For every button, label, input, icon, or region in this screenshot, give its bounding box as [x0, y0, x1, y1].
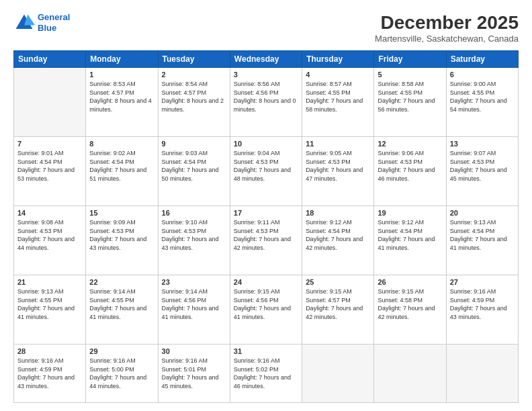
day-info: Sunrise: 9:10 AMSunset: 4:53 PMDaylight:…: [162, 218, 226, 252]
calendar-cell: 12Sunrise: 9:06 AMSunset: 4:53 PMDayligh…: [374, 137, 446, 206]
day-number: 24: [234, 278, 298, 286]
calendar-cell: 17Sunrise: 9:11 AMSunset: 4:53 PMDayligh…: [230, 206, 302, 275]
day-info: Sunrise: 9:16 AMSunset: 5:00 PMDaylight:…: [89, 357, 154, 390]
day-number: 17: [234, 209, 298, 217]
calendar-cell: 16Sunrise: 9:10 AMSunset: 4:53 PMDayligh…: [158, 206, 230, 275]
day-number: 25: [306, 278, 370, 286]
calendar: SundayMondayTuesdayWednesdayThursdayFrid…: [13, 50, 519, 403]
day-number: 20: [450, 209, 515, 217]
day-number: 30: [162, 347, 226, 355]
day-number: 7: [17, 140, 82, 148]
day-info: Sunrise: 9:07 AMSunset: 4:53 PMDaylight:…: [450, 149, 515, 183]
weekday-header-thursday: Thursday: [302, 51, 374, 68]
calendar-cell: 23Sunrise: 9:14 AMSunset: 4:56 PMDayligh…: [158, 275, 230, 345]
week-row-1: 1Sunrise: 8:53 AMSunset: 4:57 PMDaylight…: [14, 68, 519, 137]
day-info: Sunrise: 9:01 AMSunset: 4:54 PMDaylight:…: [17, 149, 82, 183]
week-row-3: 14Sunrise: 9:08 AMSunset: 4:53 PMDayligh…: [14, 206, 519, 275]
day-info: Sunrise: 9:16 AMSunset: 5:02 PMDaylight:…: [234, 357, 298, 390]
day-info: Sunrise: 8:54 AMSunset: 4:57 PMDaylight:…: [162, 80, 226, 113]
day-number: 29: [89, 347, 154, 355]
day-number: 8: [89, 140, 154, 148]
day-number: 4: [306, 71, 370, 79]
day-number: 21: [17, 278, 82, 286]
weekday-header-monday: Monday: [86, 51, 158, 68]
calendar-cell: 25Sunrise: 9:15 AMSunset: 4:57 PMDayligh…: [302, 275, 374, 345]
calendar-cell: 20Sunrise: 9:13 AMSunset: 4:54 PMDayligh…: [446, 206, 518, 275]
day-number: 12: [378, 140, 442, 148]
title-block: December 2025 Martensville, Saskatchewan…: [375, 12, 519, 44]
day-info: Sunrise: 9:16 AMSunset: 5:01 PMDaylight:…: [162, 357, 226, 390]
day-info: Sunrise: 9:04 AMSunset: 4:53 PMDaylight:…: [234, 149, 298, 183]
day-number: 5: [378, 71, 442, 79]
calendar-cell: [374, 345, 446, 403]
day-info: Sunrise: 9:00 AMSunset: 4:55 PMDaylight:…: [450, 80, 515, 113]
day-info: Sunrise: 8:56 AMSunset: 4:56 PMDaylight:…: [234, 80, 298, 113]
day-number: 27: [450, 278, 515, 286]
day-info: Sunrise: 9:14 AMSunset: 4:56 PMDaylight:…: [162, 287, 226, 321]
calendar-cell: [446, 345, 518, 403]
day-number: 22: [89, 278, 154, 286]
weekday-header-saturday: Saturday: [446, 51, 518, 68]
day-number: 19: [378, 209, 442, 217]
day-info: Sunrise: 9:14 AMSunset: 4:55 PMDaylight:…: [89, 287, 154, 321]
calendar-cell: 3Sunrise: 8:56 AMSunset: 4:56 PMDaylight…: [230, 68, 302, 137]
calendar-cell: 9Sunrise: 9:03 AMSunset: 4:54 PMDaylight…: [158, 137, 230, 206]
day-info: Sunrise: 9:09 AMSunset: 4:53 PMDaylight:…: [89, 218, 154, 252]
day-number: 11: [306, 140, 370, 148]
page: General Blue December 2025 Martensville,…: [0, 0, 532, 411]
week-row-2: 7Sunrise: 9:01 AMSunset: 4:54 PMDaylight…: [14, 137, 519, 206]
calendar-cell: 24Sunrise: 9:15 AMSunset: 4:56 PMDayligh…: [230, 275, 302, 345]
day-number: 18: [306, 209, 370, 217]
day-info: Sunrise: 9:15 AMSunset: 4:58 PMDaylight:…: [378, 287, 442, 321]
day-info: Sunrise: 9:12 AMSunset: 4:54 PMDaylight:…: [378, 218, 442, 252]
day-info: Sunrise: 8:58 AMSunset: 4:55 PMDaylight:…: [378, 80, 442, 113]
logo-text: General Blue: [38, 12, 70, 33]
calendar-cell: [302, 345, 374, 403]
day-number: 2: [162, 71, 226, 79]
day-info: Sunrise: 8:53 AMSunset: 4:57 PMDaylight:…: [89, 80, 154, 113]
calendar-cell: 31Sunrise: 9:16 AMSunset: 5:02 PMDayligh…: [230, 345, 302, 403]
weekday-header-row: SundayMondayTuesdayWednesdayThursdayFrid…: [14, 51, 519, 68]
calendar-cell: 22Sunrise: 9:14 AMSunset: 4:55 PMDayligh…: [86, 275, 158, 345]
calendar-cell: 7Sunrise: 9:01 AMSunset: 4:54 PMDaylight…: [14, 137, 86, 206]
weekday-header-friday: Friday: [374, 51, 446, 68]
weekday-header-sunday: Sunday: [14, 51, 86, 68]
day-info: Sunrise: 9:13 AMSunset: 4:55 PMDaylight:…: [17, 287, 82, 321]
logo-icon: [13, 12, 35, 34]
weekday-header-wednesday: Wednesday: [230, 51, 302, 68]
weekday-header-tuesday: Tuesday: [158, 51, 230, 68]
day-number: 3: [234, 71, 298, 79]
calendar-cell: [14, 68, 86, 137]
calendar-cell: 29Sunrise: 9:16 AMSunset: 5:00 PMDayligh…: [86, 345, 158, 403]
calendar-cell: 8Sunrise: 9:02 AMSunset: 4:54 PMDaylight…: [86, 137, 158, 206]
calendar-cell: 21Sunrise: 9:13 AMSunset: 4:55 PMDayligh…: [14, 275, 86, 345]
calendar-cell: 14Sunrise: 9:08 AMSunset: 4:53 PMDayligh…: [14, 206, 86, 275]
day-info: Sunrise: 8:57 AMSunset: 4:55 PMDaylight:…: [306, 80, 370, 113]
calendar-cell: 26Sunrise: 9:15 AMSunset: 4:58 PMDayligh…: [374, 275, 446, 345]
day-info: Sunrise: 9:15 AMSunset: 4:56 PMDaylight:…: [234, 287, 298, 321]
month-title: December 2025: [375, 12, 519, 34]
day-number: 15: [89, 209, 154, 217]
day-number: 1: [89, 71, 154, 79]
day-info: Sunrise: 9:16 AMSunset: 4:59 PMDaylight:…: [450, 287, 515, 321]
calendar-cell: 5Sunrise: 8:58 AMSunset: 4:55 PMDaylight…: [374, 68, 446, 137]
calendar-cell: 1Sunrise: 8:53 AMSunset: 4:57 PMDaylight…: [86, 68, 158, 137]
logo: General Blue: [13, 12, 70, 34]
calendar-cell: 18Sunrise: 9:12 AMSunset: 4:54 PMDayligh…: [302, 206, 374, 275]
day-number: 10: [234, 140, 298, 148]
location: Martensville, Saskatchewan, Canada: [375, 34, 519, 44]
day-info: Sunrise: 9:05 AMSunset: 4:53 PMDaylight:…: [306, 149, 370, 183]
day-info: Sunrise: 9:03 AMSunset: 4:54 PMDaylight:…: [162, 149, 226, 183]
day-info: Sunrise: 9:16 AMSunset: 4:59 PMDaylight:…: [17, 357, 82, 390]
day-info: Sunrise: 9:12 AMSunset: 4:54 PMDaylight:…: [306, 218, 370, 252]
day-number: 6: [450, 71, 515, 79]
day-info: Sunrise: 9:13 AMSunset: 4:54 PMDaylight:…: [450, 218, 515, 252]
day-number: 14: [17, 209, 82, 217]
day-info: Sunrise: 9:02 AMSunset: 4:54 PMDaylight:…: [89, 149, 154, 183]
calendar-cell: 10Sunrise: 9:04 AMSunset: 4:53 PMDayligh…: [230, 137, 302, 206]
day-info: Sunrise: 9:15 AMSunset: 4:57 PMDaylight:…: [306, 287, 370, 321]
header: General Blue December 2025 Martensville,…: [13, 12, 519, 44]
day-number: 16: [162, 209, 226, 217]
week-row-4: 21Sunrise: 9:13 AMSunset: 4:55 PMDayligh…: [14, 275, 519, 345]
day-number: 28: [17, 347, 82, 355]
